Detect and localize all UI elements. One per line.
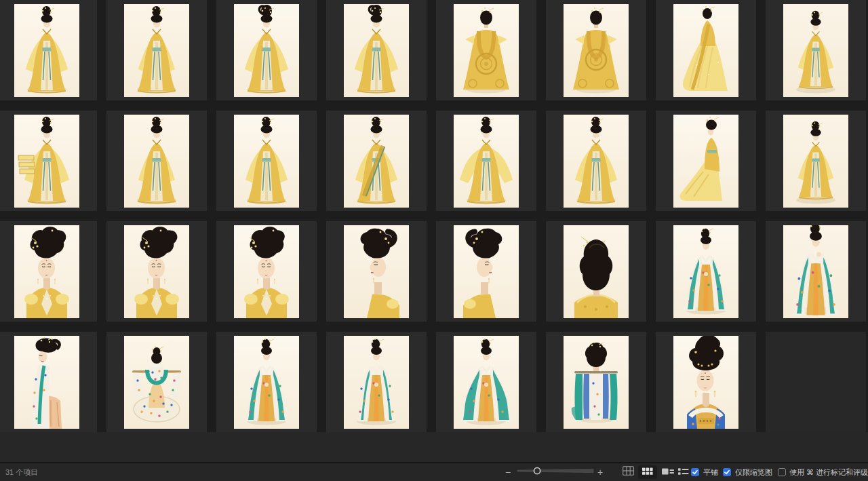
- photo-teal-front: [344, 336, 409, 429]
- grid-lines-icon: [623, 466, 634, 478]
- photo-thumbnail[interactable]: [0, 332, 97, 432]
- thumbnail-with-text-icon: [662, 466, 674, 478]
- photo-thumbnail[interactable]: [436, 111, 536, 211]
- photo-teal-side: [14, 336, 79, 429]
- photo-thumbnail[interactable]: [546, 111, 646, 211]
- thumbnails-view-button[interactable]: [638, 465, 657, 479]
- photo-teal-front: [783, 225, 848, 318]
- photo-gold-front: [14, 4, 79, 97]
- photo-thumbnail[interactable]: [546, 221, 646, 322]
- photo-gold-front: [454, 115, 519, 208]
- photo-thumbnail[interactable]: [216, 221, 317, 322]
- cmd-rating-checkbox[interactable]: [778, 468, 786, 476]
- photo-gold-front: [783, 115, 848, 208]
- photo-gold-back-train: [673, 4, 738, 97]
- photo-thumbnail[interactable]: [436, 332, 536, 432]
- thumbnails-grid-icon: [642, 466, 653, 478]
- zoom-out-button[interactable]: −: [502, 466, 513, 478]
- photo-thumbnail[interactable]: [0, 111, 97, 211]
- photo-teal-front: [234, 336, 299, 429]
- photo-gold-front: [124, 115, 189, 208]
- photo-thumbnail[interactable]: [326, 111, 427, 211]
- photo-thumbnail[interactable]: [656, 221, 756, 322]
- photo-teal-back-train: [564, 336, 629, 429]
- cmd-rating-label: 使用 ⌘ 进行标记和评级: [789, 467, 868, 478]
- grid-lines-view-button[interactable]: [619, 465, 637, 479]
- photo-teal-front: [673, 225, 738, 318]
- photo-gold-back: [454, 4, 519, 97]
- photo-thumbnail[interactable]: [106, 221, 207, 322]
- photo-thumbnail[interactable]: [766, 111, 866, 211]
- photo-thumbnail[interactable]: [326, 0, 427, 100]
- photo-gold-portrait: [14, 225, 79, 318]
- checkmark-icon: [724, 469, 730, 476]
- photo-gold-front: [234, 115, 299, 208]
- photo-thumbnail[interactable]: [546, 332, 646, 432]
- photo-thumbnail[interactable]: [216, 332, 317, 432]
- thumbnail-details-view-button[interactable]: [659, 465, 677, 479]
- photo-thumbnail[interactable]: [216, 111, 317, 211]
- photo-thumbnail[interactable]: [0, 0, 97, 100]
- photo-gold-profile-left: [344, 225, 409, 318]
- photo-gold-side-train: [673, 115, 738, 208]
- photo-thumbnail[interactable]: [106, 111, 207, 211]
- thumbnails-only-checkbox[interactable]: [723, 468, 731, 476]
- photo-gold-front: [344, 115, 409, 208]
- photo-gold-back: [564, 4, 629, 97]
- photo-gold-portrait: [124, 225, 189, 318]
- photo-gold-front: [14, 115, 79, 208]
- photo-gold-front: [783, 4, 848, 97]
- photo-thumbnail[interactable]: [326, 221, 427, 322]
- photo-thumbnail[interactable]: [0, 221, 97, 322]
- photo-gold-front: [344, 4, 409, 97]
- photo-teal-spread: [124, 336, 189, 429]
- photo-gold-front: [564, 115, 629, 208]
- list-view-button[interactable]: [675, 465, 692, 479]
- tile-mode-checkbox[interactable]: [691, 468, 699, 476]
- photo-gold-portrait: [234, 225, 299, 318]
- zoom-slider-handle: [534, 467, 540, 474]
- photo-teal-front: [454, 336, 519, 429]
- photo-thumbnail[interactable]: [766, 0, 866, 100]
- photo-thumbnail[interactable]: [436, 0, 536, 100]
- photo-thumbnail[interactable]: [106, 332, 207, 432]
- thumbnails-only-label: 仅限缩览图: [735, 467, 772, 478]
- zoom-in-button[interactable]: +: [595, 466, 606, 478]
- tile-mode-label: 平铺: [703, 467, 718, 478]
- thumbnail-grid: [0, 0, 868, 432]
- photo-thumbnail[interactable]: [216, 0, 317, 100]
- photo-gold-front: [234, 4, 299, 97]
- photo-thumbnail[interactable]: [656, 0, 756, 100]
- empty-grid-cell: [766, 332, 866, 432]
- photo-gold-front: [124, 4, 189, 97]
- grid-bottom-strip: [0, 432, 868, 462]
- photo-thumbnail[interactable]: [656, 111, 756, 211]
- zoom-slider[interactable]: [517, 465, 594, 480]
- photo-thumbnail[interactable]: [326, 332, 427, 432]
- zoom-slider-track: [517, 469, 593, 472]
- photo-thumbnail[interactable]: [546, 0, 646, 100]
- photo-thumbnail[interactable]: [766, 221, 866, 322]
- photo-thumbnail[interactable]: [656, 332, 756, 432]
- status-bar: 31 个项目 − +: [0, 462, 868, 481]
- photo-gold-back-head: [564, 225, 629, 318]
- photo-teal-portrait: [673, 336, 738, 429]
- photo-thumbnail[interactable]: [436, 221, 536, 322]
- checkmark-icon: [692, 469, 698, 476]
- photo-gold-profile-right: [454, 225, 519, 318]
- items-count-label: 31 个项目: [5, 467, 38, 478]
- list-icon: [678, 466, 689, 478]
- photo-thumbnail[interactable]: [106, 0, 207, 100]
